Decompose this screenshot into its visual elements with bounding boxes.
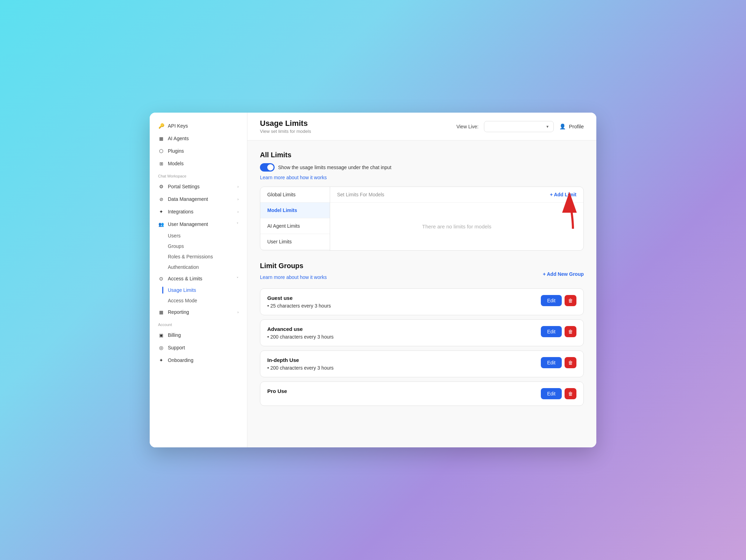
limit-group-card-advanced: Advanced use 200 characters every 3 hour… bbox=[260, 319, 584, 346]
limits-card: Global Limits Model Limits AI Agent Limi… bbox=[260, 187, 584, 251]
models-icon: ⊞ bbox=[158, 160, 164, 167]
sidebar-item-ai-agents[interactable]: ▦ AI Agents bbox=[150, 132, 247, 145]
tab-ai-agent-limits[interactable]: AI Agent Limits bbox=[260, 218, 330, 234]
learn-more-link[interactable]: Learn more about how it works bbox=[260, 175, 327, 180]
sidebar-sub-item-groups[interactable]: Groups bbox=[150, 241, 247, 251]
profile-button[interactable]: 👤 Profile bbox=[559, 123, 584, 130]
sidebar-item-onboarding[interactable]: ✦ Onboarding bbox=[150, 354, 247, 366]
chat-workspace-label: Chat Workspace bbox=[150, 170, 247, 180]
header-right: View Live: ▾ 👤 Profile bbox=[456, 121, 584, 132]
header-left: Usage Limits View set limits for models bbox=[260, 119, 311, 134]
chevron-right-icon: › bbox=[237, 310, 239, 314]
delete-button-guest[interactable]: 🗑 bbox=[565, 295, 576, 306]
edit-button-pro[interactable]: Edit bbox=[541, 388, 562, 399]
sidebar-item-data-management[interactable]: ⊘ Data Management › bbox=[150, 193, 247, 205]
limit-groups-section: Limit Groups Learn more about how it wor… bbox=[260, 262, 327, 286]
limits-empty-state: There are no limits for models bbox=[330, 203, 583, 250]
content-area: All Limits Show the usage limits message… bbox=[247, 141, 596, 421]
limit-group-card-guest: Guest use 25 characters every 3 hours Ed… bbox=[260, 288, 584, 315]
limits-content: Set Limits For Models + Add Limit There … bbox=[330, 187, 583, 250]
sidebar-item-plugins[interactable]: ⬡ Plugins bbox=[150, 145, 247, 157]
toggle-label: Show the usage limits message under the … bbox=[278, 165, 391, 170]
support-icon: ◎ bbox=[158, 345, 164, 351]
chevron-right-icon: › bbox=[237, 197, 239, 201]
chevron-right-icon: › bbox=[237, 184, 239, 189]
sidebar-item-reporting[interactable]: ▦ Reporting › bbox=[150, 306, 247, 318]
group-name: Advanced use bbox=[267, 326, 334, 332]
usage-limits-toggle[interactable] bbox=[260, 163, 275, 172]
view-live-select[interactable]: ▾ bbox=[484, 121, 554, 132]
add-limit-button[interactable]: + Add Limit bbox=[550, 192, 576, 197]
limit-groups-header: Limit Groups Learn more about how it wor… bbox=[260, 262, 584, 286]
users-icon: 👥 bbox=[158, 221, 164, 227]
integrations-icon: ✦ bbox=[158, 209, 164, 215]
page-title: Usage Limits bbox=[260, 119, 311, 128]
delete-button-pro[interactable]: 🗑 bbox=[565, 388, 576, 399]
sidebar: 🔑 API Keys ▦ AI Agents ⬡ Plugins ⊞ Model… bbox=[150, 113, 247, 447]
group-name: Pro Use bbox=[267, 388, 287, 394]
limit-group-actions: Edit 🗑 bbox=[541, 388, 576, 399]
chevron-right-icon: › bbox=[237, 210, 239, 214]
tab-model-limits[interactable]: Model Limits bbox=[260, 203, 330, 218]
key-icon: 🔑 bbox=[158, 123, 164, 129]
sidebar-item-billing[interactable]: ▣ Billing bbox=[150, 329, 247, 341]
limits-content-header: Set Limits For Models + Add Limit bbox=[330, 187, 583, 203]
col-label: Set Limits For Models bbox=[337, 192, 384, 197]
limit-group-actions: Edit 🗑 bbox=[541, 326, 576, 337]
sidebar-item-integrations[interactable]: ✦ Integrations › bbox=[150, 205, 247, 218]
chevron-down-icon: ˅ bbox=[237, 277, 239, 281]
group-detail: 25 characters every 3 hours bbox=[267, 303, 331, 309]
edit-button-indepth[interactable]: Edit bbox=[541, 357, 562, 368]
limit-group-info-indepth: In-depth Use 200 characters every 3 hour… bbox=[267, 357, 334, 371]
sidebar-item-models[interactable]: ⊞ Models bbox=[150, 157, 247, 170]
settings-icon: ⚙ bbox=[158, 183, 164, 190]
plugins-icon: ⬡ bbox=[158, 148, 164, 154]
sidebar-sub-item-roles-permissions[interactable]: Roles & Permissions bbox=[150, 251, 247, 262]
sidebar-item-api-keys[interactable]: 🔑 API Keys bbox=[150, 120, 247, 132]
sidebar-item-user-management[interactable]: 👥 User Management ˅ bbox=[150, 218, 247, 230]
reporting-icon: ▦ bbox=[158, 309, 164, 315]
chevron-down-icon: ▾ bbox=[546, 124, 549, 129]
sidebar-sub-item-authentication[interactable]: Authentication bbox=[150, 262, 247, 272]
add-new-group-button[interactable]: + Add New Group bbox=[543, 271, 584, 277]
group-detail: 200 characters every 3 hours bbox=[267, 365, 334, 371]
access-icon: ⊙ bbox=[158, 275, 164, 282]
limit-group-card-indepth: In-depth Use 200 characters every 3 hour… bbox=[260, 350, 584, 377]
billing-icon: ▣ bbox=[158, 332, 164, 338]
page-header: Usage Limits View set limits for models … bbox=[247, 113, 596, 141]
tab-global-limits[interactable]: Global Limits bbox=[260, 187, 330, 203]
onboarding-icon: ✦ bbox=[158, 357, 164, 363]
tab-user-limits[interactable]: User Limits bbox=[260, 234, 330, 250]
sidebar-item-access-limits[interactable]: ⊙ Access & Limits ˅ bbox=[150, 272, 247, 285]
all-limits-title: All Limits bbox=[260, 151, 584, 159]
edit-button-guest[interactable]: Edit bbox=[541, 295, 562, 306]
page-subtitle: View set limits for models bbox=[260, 129, 311, 134]
data-icon: ⊘ bbox=[158, 196, 164, 202]
sidebar-item-support[interactable]: ◎ Support bbox=[150, 341, 247, 354]
view-live-label: View Live: bbox=[456, 124, 479, 129]
sidebar-sub-item-users[interactable]: Users bbox=[150, 230, 247, 241]
group-name: In-depth Use bbox=[267, 357, 334, 363]
delete-button-advanced[interactable]: 🗑 bbox=[565, 326, 576, 337]
limit-group-info-advanced: Advanced use 200 characters every 3 hour… bbox=[267, 326, 334, 340]
limit-groups-learn-more[interactable]: Learn more about how it works bbox=[260, 274, 327, 280]
sidebar-item-portal-settings[interactable]: ⚙ Portal Settings › bbox=[150, 180, 247, 193]
profile-icon: 👤 bbox=[559, 123, 566, 130]
group-detail: 200 characters every 3 hours bbox=[267, 334, 334, 340]
chevron-down-icon: ˅ bbox=[237, 222, 239, 227]
sidebar-sub-item-access-mode[interactable]: Access Mode bbox=[150, 295, 247, 306]
limit-group-info-pro: Pro Use bbox=[267, 388, 287, 396]
delete-button-indepth[interactable]: 🗑 bbox=[565, 357, 576, 368]
group-name: Guest use bbox=[267, 295, 331, 301]
agents-icon: ▦ bbox=[158, 135, 164, 142]
limit-groups-title: Limit Groups bbox=[260, 262, 327, 270]
limit-group-actions: Edit 🗑 bbox=[541, 357, 576, 368]
sidebar-sub-item-usage-limits[interactable]: Usage Limits bbox=[150, 285, 247, 295]
limit-group-info-guest: Guest use 25 characters every 3 hours bbox=[267, 295, 331, 309]
limits-tabs: Global Limits Model Limits AI Agent Limi… bbox=[260, 187, 330, 250]
edit-button-advanced[interactable]: Edit bbox=[541, 326, 562, 337]
account-label: Account bbox=[150, 318, 247, 329]
toggle-row: Show the usage limits message under the … bbox=[260, 163, 584, 172]
limit-group-actions: Edit 🗑 bbox=[541, 295, 576, 306]
limit-group-card-pro: Pro Use Edit 🗑 bbox=[260, 381, 584, 406]
